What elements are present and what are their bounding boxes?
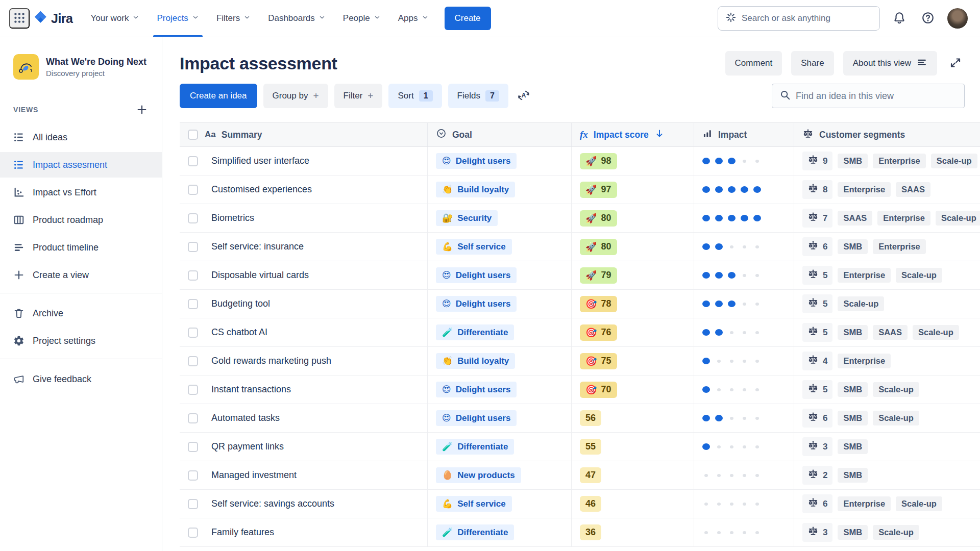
row-checkbox[interactable]	[188, 413, 198, 423]
about-view-button[interactable]: About this view	[843, 51, 937, 76]
segments-cell[interactable]: 6EnterpriseScale-up	[794, 490, 980, 518]
nav-item-projects[interactable]: Projects	[148, 0, 207, 37]
column-header-impact[interactable]: Impact	[694, 123, 794, 146]
global-search-input[interactable]	[742, 13, 872, 23]
add-view-icon[interactable]	[135, 103, 149, 116]
jira-logo[interactable]: Jira	[33, 10, 72, 27]
impact-score-cell[interactable]: 🚀80	[572, 204, 694, 232]
impact-score-cell[interactable]: 🚀80	[572, 233, 694, 261]
help-button[interactable]	[919, 9, 937, 28]
sidebar-item-create-a-view[interactable]: Create a view	[0, 262, 162, 288]
table-row[interactable]: Instant transactions😍Delight users🎯705SM…	[180, 375, 980, 404]
segments-cell[interactable]: 2SMB	[794, 461, 980, 489]
goal-cell[interactable]: 🧪Differentiate	[428, 318, 572, 346]
impact-cell[interactable]	[694, 375, 794, 404]
row-checkbox[interactable]	[188, 385, 198, 395]
sidebar-item-product-roadmap[interactable]: Product roadmap	[0, 207, 162, 233]
goal-cell[interactable]: 🧪Differentiate	[428, 518, 572, 546]
sidebar-item-impact-vs-effort[interactable]: Impact vs Effort	[0, 180, 162, 205]
impact-score-cell[interactable]: 46	[572, 490, 694, 518]
nav-item-your-work[interactable]: Your work	[82, 0, 148, 37]
goal-cell[interactable]: 👏Build loyalty	[428, 347, 572, 375]
row-checkbox[interactable]	[188, 213, 198, 223]
impact-cell[interactable]	[694, 318, 794, 346]
table-row[interactable]: Self service: insurance💪Self service🚀806…	[180, 233, 980, 261]
row-checkbox[interactable]	[188, 470, 198, 481]
user-avatar[interactable]	[947, 8, 968, 29]
row-checkbox[interactable]	[188, 356, 198, 366]
row-checkbox[interactable]	[188, 185, 198, 195]
segments-cell[interactable]: 3SMBScale-up	[794, 518, 980, 546]
sidebar-item-impact-assesment[interactable]: Impact assesment	[0, 152, 162, 178]
impact-score-cell[interactable]: 56	[572, 404, 694, 432]
impact-cell[interactable]	[694, 176, 794, 204]
impact-cell[interactable]	[694, 433, 794, 461]
row-checkbox[interactable]	[188, 156, 198, 166]
impact-cell[interactable]	[694, 204, 794, 232]
share-button[interactable]: Share	[791, 51, 834, 76]
table-row[interactable]: Simplified user interface😍Delight users🚀…	[180, 147, 980, 176]
impact-cell[interactable]	[694, 290, 794, 318]
row-checkbox[interactable]	[188, 270, 198, 281]
impact-score-cell[interactable]: 🎯78	[572, 290, 694, 318]
segments-cell[interactable]: 6SMBEnterprise	[794, 233, 980, 261]
impact-score-cell[interactable]: 47	[572, 461, 694, 489]
goal-cell[interactable]: 😍Delight users	[428, 147, 572, 175]
impact-score-cell[interactable]: 🎯75	[572, 347, 694, 375]
goal-cell[interactable]: 😍Delight users	[428, 375, 572, 404]
app-switcher-icon[interactable]	[9, 8, 30, 29]
segments-cell[interactable]: 5Scale-up	[794, 290, 980, 318]
select-all-checkbox[interactable]	[188, 130, 198, 140]
auto-format-button[interactable]: A	[514, 87, 533, 105]
impact-score-cell[interactable]: 36	[572, 518, 694, 546]
nav-item-dashboards[interactable]: Dashboards	[259, 0, 334, 37]
impact-cell[interactable]	[694, 233, 794, 261]
segments-cell[interactable]: 8EnterpriseSAAS	[794, 176, 980, 204]
segments-cell[interactable]: 9SMBEnterpriseScale-up	[794, 147, 980, 175]
impact-cell[interactable]	[694, 461, 794, 489]
column-header-customer-segments[interactable]: Customer segments	[794, 123, 980, 146]
sort-button[interactable]: Sort 1	[388, 84, 442, 108]
nav-item-people[interactable]: People	[334, 0, 389, 37]
impact-cell[interactable]	[694, 404, 794, 432]
goal-cell[interactable]: 😍Delight users	[428, 261, 572, 289]
table-row[interactable]: Self service: savings accounts💪Self serv…	[180, 490, 980, 518]
segments-cell[interactable]: 5SMBScale-up	[794, 375, 980, 404]
row-checkbox[interactable]	[188, 528, 198, 538]
table-row[interactable]: CS chatbot AI🧪Differentiate🎯765SMBSAASSc…	[180, 318, 980, 347]
impact-score-cell[interactable]: 🚀79	[572, 261, 694, 289]
create-idea-button[interactable]: Create an idea	[180, 84, 257, 108]
notifications-button[interactable]	[890, 9, 909, 28]
impact-score-cell[interactable]: 55	[572, 433, 694, 461]
goal-cell[interactable]: 💪Self service	[428, 233, 572, 261]
row-checkbox[interactable]	[188, 442, 198, 452]
column-header-goal[interactable]: Goal	[428, 123, 572, 146]
impact-cell[interactable]	[694, 518, 794, 546]
comment-button[interactable]: Comment	[725, 51, 782, 76]
table-row[interactable]: Customised experiences👏Build loyalty🚀978…	[180, 176, 980, 204]
goal-cell[interactable]: 🔐Security	[428, 204, 572, 232]
row-checkbox[interactable]	[188, 299, 198, 309]
row-checkbox[interactable]	[188, 328, 198, 338]
sidebar-item-product-timeline[interactable]: Product timeline	[0, 235, 162, 260]
impact-cell[interactable]	[694, 147, 794, 175]
sidebar-item-give-feedback[interactable]: Give feedback	[0, 366, 162, 392]
table-row[interactable]: Biometrics🔐Security🚀807SAASEnterpriseSca…	[180, 204, 980, 233]
segments-cell[interactable]: 7SAASEnterpriseScale-up	[794, 204, 980, 232]
sidebar-item-project-settings[interactable]: Project settings	[0, 328, 162, 354]
row-checkbox[interactable]	[188, 242, 198, 252]
goal-cell[interactable]: 😍Delight users	[428, 404, 572, 432]
table-row[interactable]: Disposable virtual cards😍Delight users🚀7…	[180, 261, 980, 290]
impact-score-cell[interactable]: 🚀97	[572, 176, 694, 204]
create-button[interactable]: Create	[445, 7, 491, 30]
table-row[interactable]: Family features🧪Differentiate363SMBScale…	[180, 518, 980, 547]
impact-cell[interactable]	[694, 347, 794, 375]
goal-cell[interactable]: 👏Build loyalty	[428, 176, 572, 204]
global-search[interactable]	[718, 6, 880, 31]
table-row[interactable]: Managed investment🥚New products472SMB	[180, 461, 980, 490]
nav-item-apps[interactable]: Apps	[389, 0, 437, 37]
find-idea-search[interactable]	[772, 84, 965, 108]
table-row[interactable]: QR payment links🧪Differentiate553SMB	[180, 433, 980, 461]
goal-cell[interactable]: 😍Delight users	[428, 290, 572, 318]
project-header[interactable]: What We're Doing Next Discovery project	[13, 54, 149, 80]
